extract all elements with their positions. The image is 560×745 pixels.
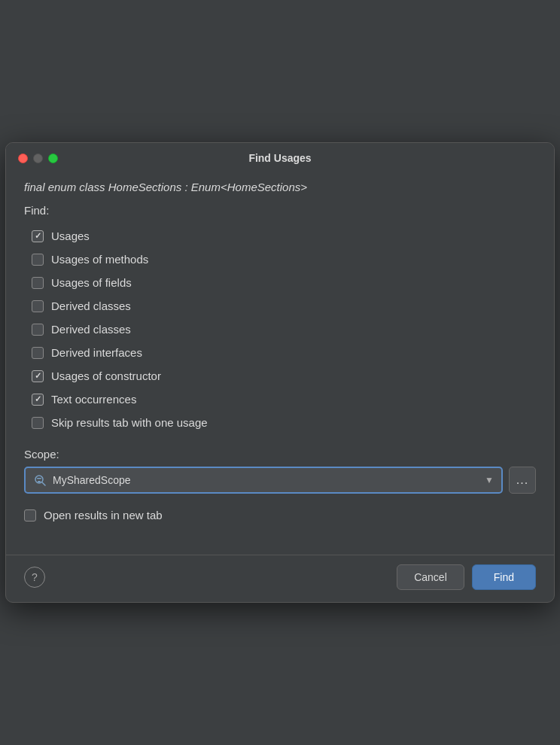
dialog-title: Find Usages	[248, 152, 311, 164]
scope-icon	[33, 473, 47, 487]
class-label: final enum class HomeSections : Enum<Hom…	[24, 181, 536, 193]
scope-row: MySharedScope ▼ ...	[24, 467, 536, 494]
chevron-down-icon: ▼	[485, 475, 494, 485]
checkbox-skip-results[interactable]: Skip results tab with one usage	[32, 411, 536, 434]
checkbox-usages-of-constructor[interactable]: Usages of constructor	[32, 364, 536, 388]
traffic-lights	[18, 154, 58, 163]
help-button[interactable]: ?	[24, 567, 45, 588]
footer: ? Cancel Find	[6, 555, 554, 602]
find-button[interactable]: Find	[472, 564, 536, 590]
checkbox-text-occurrences-box[interactable]	[32, 394, 44, 406]
checkbox-text-occurrences[interactable]: Text occurrences	[32, 388, 536, 411]
scope-value: MySharedScope	[53, 474, 485, 486]
checkbox-usages-of-constructor-box[interactable]	[32, 370, 44, 382]
find-usages-dialog: Find Usages final enum class HomeSection…	[5, 142, 555, 603]
checkbox-derived-classes-1[interactable]: Derived classes	[32, 294, 536, 318]
checkbox-usages-of-constructor-label: Usages of constructor	[51, 369, 161, 382]
find-section-label: Find:	[24, 204, 536, 217]
checkbox-derived-classes-1-box[interactable]	[32, 300, 44, 312]
footer-buttons: Cancel Find	[397, 564, 536, 590]
svg-line-1	[42, 482, 45, 485]
scope-ellipsis-button[interactable]: ...	[509, 467, 536, 494]
checkbox-list: Usages Usages of methods Usages of field…	[32, 224, 536, 434]
checkbox-derived-classes-1-label: Derived classes	[51, 300, 131, 312]
checkbox-usages-box[interactable]	[32, 230, 44, 242]
svg-rect-3	[37, 478, 41, 479]
scope-label: Scope:	[24, 448, 536, 461]
open-results-row[interactable]: Open results in new tab	[24, 506, 536, 525]
checkbox-derived-interfaces[interactable]: Derived interfaces	[32, 341, 536, 364]
dialog-body: final enum class HomeSections : Enum<Hom…	[6, 173, 554, 555]
open-results-label: Open results in new tab	[44, 509, 163, 522]
minimize-button[interactable]	[33, 154, 43, 163]
close-button[interactable]	[18, 154, 28, 163]
checkbox-usages-of-fields-label: Usages of fields	[51, 276, 132, 289]
checkbox-derived-classes-2-label: Derived classes	[51, 323, 131, 336]
maximize-button[interactable]	[48, 154, 58, 163]
checkbox-usages-label: Usages	[51, 230, 90, 242]
checkbox-usages-of-fields-box[interactable]	[32, 277, 44, 289]
checkbox-usages-of-fields[interactable]: Usages of fields	[32, 271, 536, 294]
title-bar: Find Usages	[6, 143, 554, 173]
checkbox-text-occurrences-label: Text occurrences	[51, 393, 136, 406]
checkbox-derived-classes-2-box[interactable]	[32, 324, 44, 336]
cancel-button[interactable]: Cancel	[397, 564, 464, 590]
scope-dropdown[interactable]: MySharedScope ▼	[24, 467, 503, 494]
checkbox-usages[interactable]: Usages	[32, 224, 536, 248]
svg-rect-2	[38, 481, 41, 482]
checkbox-derived-classes-2[interactable]: Derived classes	[32, 318, 536, 341]
checkbox-usages-of-methods-box[interactable]	[32, 254, 44, 266]
checkbox-usages-of-methods[interactable]: Usages of methods	[32, 248, 536, 271]
checkbox-derived-interfaces-box[interactable]	[32, 347, 44, 359]
checkbox-usages-of-methods-label: Usages of methods	[51, 253, 148, 266]
checkbox-skip-results-box[interactable]	[32, 417, 44, 429]
scope-section: Scope: MySharedScope ▼ ...	[24, 448, 536, 494]
checkbox-skip-results-label: Skip results tab with one usage	[51, 416, 208, 429]
checkbox-derived-interfaces-label: Derived interfaces	[51, 346, 142, 359]
open-results-checkbox[interactable]	[24, 509, 36, 522]
